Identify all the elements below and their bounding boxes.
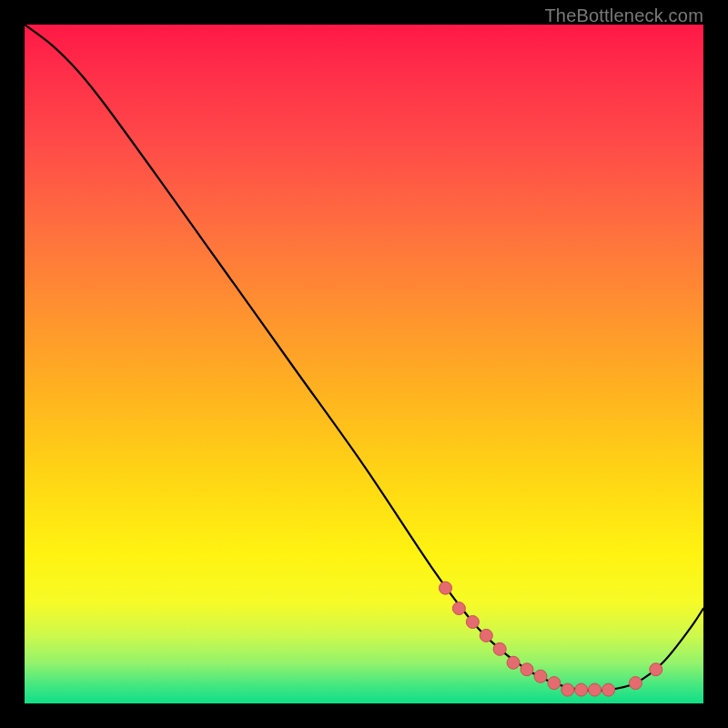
plot-area [25, 25, 703, 703]
attribution-text: TheBottleneck.com [544, 5, 703, 26]
curve-marker [440, 581, 452, 594]
chart-frame: TheBottleneck.com [0, 0, 728, 728]
bottleneck-curve [25, 25, 703, 691]
gradient-bands [25, 594, 703, 703]
